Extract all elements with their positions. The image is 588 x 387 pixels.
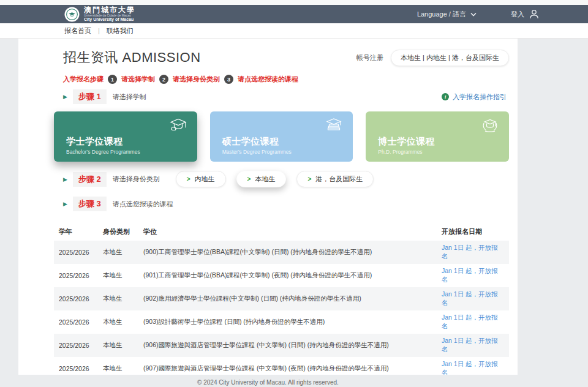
cell-year: 2025/2026 <box>54 310 98 334</box>
step3-desc: 请点选您报读的课程 <box>113 200 173 209</box>
table-row: 2025/2026 本地生 (907)國際旅遊與酒店管理學士學位課程 (中文學制… <box>54 357 509 375</box>
chevron-right-icon: > <box>247 176 251 182</box>
cell-programme: (907)國際旅遊與酒店管理學士學位課程 (中文學制) (夜間) (持內地身份證… <box>138 357 437 375</box>
secondary-nav: 报名首页 | 联络我们 <box>0 23 588 39</box>
step2-row: ▶ 步骤 2 请选择身份类别 > 内地生 > 本地生 > 港，台及国际生 <box>63 171 509 187</box>
admission-panel: 招生资讯 ADMISSION 帳号注册 本地生 | 内地生 | 港，台及国际生 … <box>18 39 518 375</box>
steps-intro: 入学报名步骤 1 请选择学制 2 请选择身份类别 3 请点选您报读的课程 <box>63 75 509 84</box>
open-registration-link[interactable]: Jan 1日 起，开放报名 <box>442 244 498 260</box>
language-selector[interactable]: Language / 語言 <box>417 10 477 19</box>
bachelor-programmes-card[interactable]: 学士学位课程 Bachelor's Degree Programmes <box>54 111 197 162</box>
master-cap-icon <box>324 117 344 133</box>
nav-home-link[interactable]: 报名首页 <box>64 26 91 36</box>
master-programmes-card[interactable]: 硕士学位课程 Master's Degree Programmes <box>210 111 353 162</box>
cell-category: 本地生 <box>98 334 138 357</box>
cell-year: 2025/2026 <box>54 334 98 357</box>
logo-name-en: City University of Macau <box>84 17 135 22</box>
top-strip <box>0 0 588 5</box>
step3-label: 步骤 3 <box>73 197 107 211</box>
cell-year: 2025/2026 <box>54 287 98 310</box>
table-header-row: 学年 身份类别 学位 开放报名日期 <box>54 224 509 241</box>
step-3-number-badge: 3 <box>224 75 233 84</box>
cell-programme: (903)設計藝術學士學位課程 (日間) (持內地身份證的學生不適用) <box>138 310 437 334</box>
cell-category: 本地生 <box>98 241 138 264</box>
open-registration-link[interactable]: Jan 1日 起，开放报名 <box>442 337 498 353</box>
register-identity-pill[interactable]: 本地生 | 内地生 | 港，台及国际生 <box>391 50 509 66</box>
bachelor-card-subtitle: Bachelor's Degree Programmes <box>66 149 197 155</box>
phd-card-subtitle: Ph.D. Programmes <box>378 149 509 155</box>
cell-category: 本地生 <box>98 264 138 287</box>
cell-programme: (906)國際旅遊與酒店管理學士學位課程 (中文學制) (日間) (持內地身份證… <box>138 334 437 357</box>
step-2-number-badge: 2 <box>159 75 168 84</box>
identity-pill-local[interactable]: > 本地生 <box>236 171 287 187</box>
table-row: 2025/2026 本地生 (906)國際旅遊與酒店管理學士學位課程 (中文學制… <box>54 334 509 357</box>
step1-desc: 请选择学制 <box>113 92 146 102</box>
nav-separator: | <box>98 27 100 34</box>
cell-year: 2025/2026 <box>54 357 98 375</box>
logo-name-cn: 澳門城市大學 <box>84 6 135 13</box>
cell-programme: (902)應用經濟學學士學位課程(中文學制) (日間) (持內地身份證的學生不適… <box>138 287 437 310</box>
phd-laurel-cap-icon <box>480 117 500 133</box>
step-1-intro-label: 请选择学制 <box>121 75 155 84</box>
info-icon: i <box>442 93 449 100</box>
open-registration-link[interactable]: Jan 1日 起，开放报名 <box>442 314 498 329</box>
cell-category: 本地生 <box>98 310 138 334</box>
table-row: 2025/2026 本地生 (902)應用經濟學學士學位課程(中文學制) (日間… <box>54 287 509 310</box>
step-3-intro-label: 请点选您报读的课程 <box>238 75 298 84</box>
nav-contact-link[interactable]: 联络我们 <box>107 26 134 36</box>
col-header-programme: 学位 <box>138 224 437 241</box>
chevron-down-icon <box>470 12 477 17</box>
app-header: 澳門城市大學 Universidade da Cidade de Macau C… <box>0 5 588 23</box>
phd-card-title: 博士学位课程 <box>378 136 509 148</box>
university-logo[interactable]: 澳門城市大學 Universidade da Cidade de Macau C… <box>64 6 135 22</box>
login-label: 登入 <box>511 10 524 19</box>
cell-category: 本地生 <box>98 357 138 375</box>
cell-year: 2025/2026 <box>54 241 98 264</box>
open-registration-link[interactable]: Jan 1日 起，开放报名 <box>442 290 498 306</box>
col-header-open-date: 开放报名日期 <box>437 224 509 241</box>
open-registration-link[interactable]: Jan 1日 起，开放报名 <box>442 267 498 283</box>
step1-triangle-icon: ▶ <box>63 94 67 100</box>
step1-label: 步骤 1 <box>73 89 107 104</box>
step-1-number-badge: 1 <box>108 75 117 84</box>
identity-pill-hk-tw-intl[interactable]: > 港，台及国际生 <box>296 171 374 187</box>
col-header-category: 身份类别 <box>98 224 138 241</box>
identity-pill-local-label: 本地生 <box>255 175 275 184</box>
table-row: 2025/2026 本地生 (901)工商管理學士學位(BBA)課程(中文學制)… <box>54 264 509 287</box>
application-guide-link[interactable]: i 入学报名操作指引 <box>442 92 507 102</box>
table-row: 2025/2026 本地生 (903)設計藝術學士學位課程 (日間) (持內地身… <box>54 310 509 334</box>
table-row: 2025/2026 本地生 (900)工商管理學士學位(BBA)課程(中文學制)… <box>54 241 509 264</box>
programmes-table: 学年 身份类别 学位 开放报名日期 2025/2026 本地生 (900)工商管… <box>54 224 509 375</box>
guide-link-label: 入学报名操作指引 <box>453 92 507 102</box>
bachelor-card-title: 学士学位课程 <box>66 136 197 148</box>
identity-pill-mainland-label: 内地生 <box>195 175 215 184</box>
identity-pill-mainland[interactable]: > 内地生 <box>176 171 226 187</box>
open-registration-link[interactable]: Jan 1日 起，开放报名 <box>442 360 498 375</box>
bachelor-cap-icon <box>168 117 188 133</box>
chevron-right-icon: > <box>187 176 190 182</box>
phd-programmes-card[interactable]: 博士学位课程 Ph.D. Programmes <box>366 111 509 162</box>
cell-programme: (901)工商管理學士學位(BBA)課程(中文學制) (夜間) (持內地身份證的… <box>138 264 437 287</box>
cell-year: 2025/2026 <box>54 264 98 287</box>
user-icon <box>528 8 540 20</box>
master-card-subtitle: Master's Degree Programmes <box>222 149 353 155</box>
page-title: 招生资讯 ADMISSION <box>63 48 201 67</box>
step-2-intro-label: 请选择身份类别 <box>173 75 220 84</box>
identity-pill-hk-tw-intl-label: 港，台及国际生 <box>315 175 363 184</box>
master-card-title: 硕士学位课程 <box>222 136 353 148</box>
step3-row: ▶ 步骤 3 请点选您报读的课程 <box>63 197 509 211</box>
step2-desc: 请选择身份类别 <box>113 175 160 184</box>
university-emblem-icon <box>64 7 80 22</box>
footer-copyright: © 2024 City University of Macau. All rig… <box>18 375 518 386</box>
chevron-right-icon: > <box>307 176 311 182</box>
logo-text: 澳門城市大學 Universidade da Cidade de Macau C… <box>84 6 135 22</box>
cell-category: 本地生 <box>98 287 138 310</box>
language-label: Language / 語言 <box>417 10 466 19</box>
step2-label: 步骤 2 <box>73 172 107 187</box>
degree-cards-row: 学士学位课程 Bachelor's Degree Programmes 硕士学位… <box>54 111 509 162</box>
cell-programme: (900)工商管理學士學位(BBA)課程(中文學制) (日間) (持內地身份證的… <box>138 241 437 264</box>
register-label: 帳号注册 <box>356 53 383 62</box>
login-button[interactable]: 登入 <box>511 8 540 20</box>
step1-row: ▶ 步骤 1 请选择学制 i 入学报名操作指引 <box>63 89 509 104</box>
step3-triangle-icon: ▶ <box>63 201 67 207</box>
